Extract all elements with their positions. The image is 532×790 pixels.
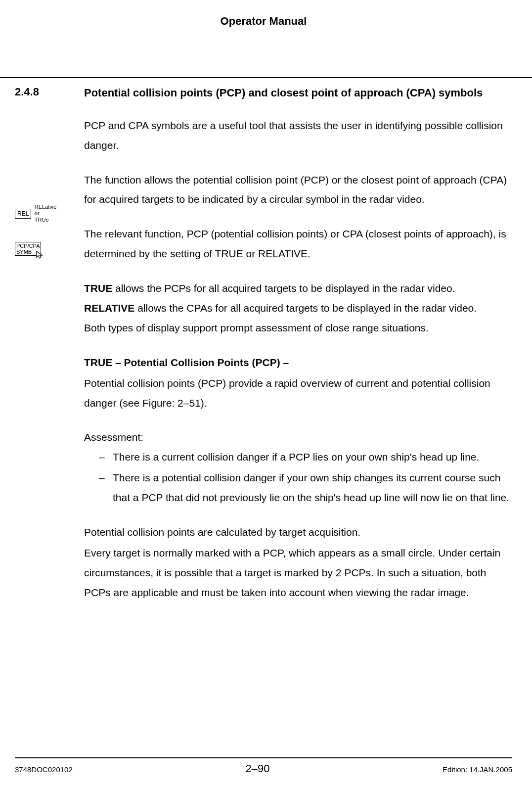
section-number: 2.4.8 [15, 86, 84, 101]
paragraph-1: PCP and CPA symbols are a useful tool th… [84, 116, 512, 155]
paragraph-7: Every target is normally marked with a P… [84, 543, 512, 603]
margin-column: REL RELative or TRUe PCP/CPA SYMB [15, 116, 84, 617]
pcp-cpa-button-box: PCP/CPA SYMB [15, 242, 41, 256]
body-column: PCP and CPA symbols are a useful tool th… [84, 116, 512, 617]
rel-label-l1: RELative [35, 204, 57, 210]
top-rule [0, 77, 532, 78]
page-footer: 3748DOC020102 2–90 Edition: 14.JAN.2005 [15, 757, 512, 775]
rel-true-widget: REL RELative or TRUe [15, 204, 56, 224]
subheading-true-pcp: TRUE – Potential Collision Points (PCP) … [84, 353, 512, 372]
assessment-text-2: There is a potential collision danger if… [113, 468, 512, 508]
paragraph-6: Potential collision points are calculate… [84, 522, 512, 542]
true-label: TRUE [84, 282, 112, 294]
footer-row: 3748DOC020102 2–90 Edition: 14.JAN.2005 [15, 762, 512, 775]
section-title: Potential collision points (PCP) and clo… [84, 86, 483, 101]
content-area: REL RELative or TRUe PCP/CPA SYMB PCP an… [15, 116, 512, 617]
relative-rest: allows the CPAs for all acquired targets… [134, 302, 477, 314]
both-text: Both types of display support prompt ass… [84, 322, 429, 333]
paragraph-4: TRUE allows the PCPs for all acquired ta… [84, 279, 512, 338]
rel-button-box: REL [15, 209, 31, 219]
cursor-icon [36, 250, 44, 259]
section-header: 2.4.8 Potential collision points (PCP) a… [15, 86, 512, 101]
pcp-box-l1: PCP/CPA [16, 243, 40, 249]
pcp-box-l2: SYMB [16, 249, 32, 255]
rel-label: RELative or TRUe [35, 204, 57, 224]
assessment-text-1: There is a current collision danger if a… [113, 447, 512, 467]
footer-doc-id: 3748DOC020102 [15, 765, 73, 774]
list-dash: – [99, 468, 113, 508]
rel-label-l3: TRUe [35, 217, 49, 223]
assessment-list: – There is a current collision danger if… [99, 447, 512, 508]
true-rest: allows the PCPs for all acquired targets… [112, 282, 455, 294]
footer-rule [15, 757, 512, 758]
relative-label: RELATIVE [84, 302, 134, 314]
list-dash: – [99, 447, 113, 467]
footer-page-number: 2–90 [245, 762, 269, 775]
assessment-label: Assessment: [84, 427, 512, 447]
paragraph-5: Potential collision points (PCP) provide… [84, 373, 512, 413]
page-header-title: Operator Manual [15, 15, 512, 28]
rel-label-l2: or [35, 210, 40, 216]
paragraph-3: The relevant function, PCP (potential co… [84, 224, 512, 264]
paragraph-2: The function allows the potential collis… [84, 170, 512, 210]
assessment-item-2: – There is a potential collision danger … [99, 468, 512, 508]
footer-edition: Edition: 14.JAN.2005 [443, 765, 512, 774]
pcp-cpa-widget: PCP/CPA SYMB [15, 242, 41, 256]
assessment-item-1: – There is a current collision danger if… [99, 447, 512, 467]
